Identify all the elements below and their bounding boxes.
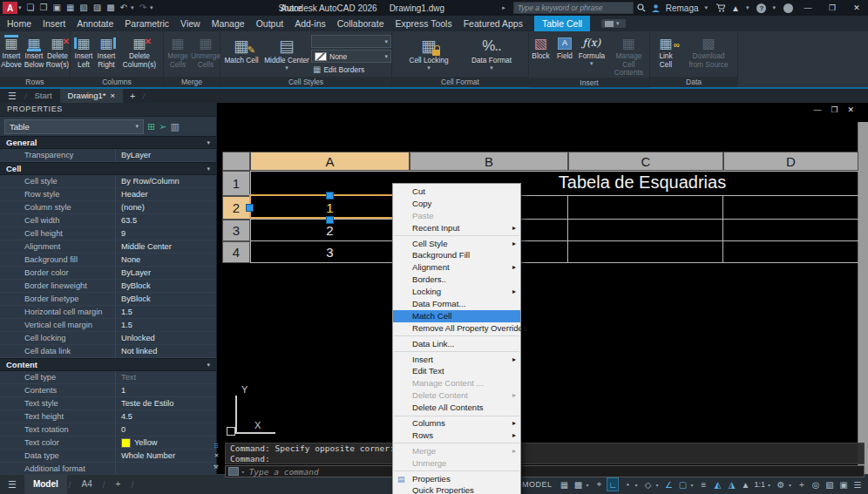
grip-bottom[interactable] <box>326 216 334 224</box>
data-format-caret-icon[interactable]: ▾ <box>490 65 493 70</box>
file-tab-menu-icon[interactable]: ☰ <box>0 91 24 102</box>
snap-mode-icon[interactable]: ▩ <box>572 477 584 491</box>
help-icon[interactable]: ? <box>756 3 766 13</box>
search-expand-icon[interactable]: ▸ <box>502 4 505 11</box>
menu-item-insert[interactable]: Insert▸ <box>393 354 520 366</box>
workspace-caret-icon[interactable]: ▾ <box>789 482 794 488</box>
menu-item-quick-properties[interactable]: Quick Properties <box>393 484 520 494</box>
tab-collaborate[interactable]: Collaborate <box>337 16 384 31</box>
formula-caret-icon[interactable]: ▾ <box>590 61 593 65</box>
customization-icon[interactable]: ☰ <box>851 477 864 491</box>
panel-label-columns[interactable]: Columns <box>71 77 163 87</box>
table-corner-header[interactable] <box>222 152 250 171</box>
grip-left[interactable] <box>246 204 254 212</box>
command-options-caret-icon[interactable]: ▾ <box>241 469 245 475</box>
data-format-button[interactable]: %.. Data Format ▾ <box>465 32 519 70</box>
delete-columns-button[interactable]: ▦✕ DeleteColumn(s) <box>118 32 161 69</box>
lineweight-icon[interactable]: ≡ <box>697 477 709 491</box>
tab-table-cell[interactable]: Table Cell <box>534 16 590 31</box>
sheet-set-icon[interactable]: ▨ <box>93 0 101 16</box>
menu-item-rows[interactable]: Rows▸ <box>393 430 520 442</box>
delete-rows-button[interactable]: ▦✕ DeleteRow(s) <box>45 32 70 69</box>
viewport-minimize-icon[interactable]: — <box>813 105 821 114</box>
autodesk-caret-icon[interactable]: ▾ <box>746 4 749 11</box>
menu-item-properties[interactable]: ▤Properties <box>393 473 520 485</box>
tab-featured-apps[interactable]: Featured Apps <box>464 16 523 31</box>
search-icon[interactable] <box>637 3 646 12</box>
insert-right-button[interactable]: ▦ InsertRight <box>95 32 118 69</box>
viewport-close-icon[interactable]: ✕ <box>847 105 854 114</box>
quick-select-icon[interactable]: ▥ <box>170 121 179 132</box>
isolate-objects-icon[interactable]: ◎ <box>810 477 822 491</box>
close-button[interactable]: ✕ <box>847 3 866 12</box>
table-cell-d4[interactable] <box>723 241 858 263</box>
viewport-restore-icon[interactable]: ❐ <box>831 105 837 114</box>
autodesk-logo-icon[interactable]: ▲ <box>731 3 740 13</box>
menu-item-locking[interactable]: Locking▸ <box>393 286 520 298</box>
tab-annotate[interactable]: Annotate <box>77 16 113 31</box>
section-general[interactable]: General ▾ <box>0 136 216 149</box>
undo-icon[interactable]: ↶ <box>120 0 127 16</box>
restore-button[interactable]: ❐ <box>823 3 842 12</box>
table-fill-select[interactable]: None ▾ <box>311 50 391 63</box>
layout-tab-model[interactable]: Model <box>24 475 67 494</box>
save-as-icon[interactable]: ▦ <box>66 0 74 16</box>
help-caret-icon[interactable]: ▾ <box>772 4 776 11</box>
menu-item-delete-all-contents[interactable]: Delete All Contents <box>393 402 520 414</box>
minimize-button[interactable]: — <box>798 3 817 12</box>
annotation-scale-value[interactable]: 1:1 <box>753 480 766 489</box>
tab-output[interactable]: Output <box>256 16 284 31</box>
cart-icon[interactable] <box>715 3 726 12</box>
layout-menu-icon[interactable]: ☰ <box>0 479 24 491</box>
edit-borders-button[interactable]: ▦ Edit Borders <box>311 64 391 74</box>
row-header-1[interactable]: 1 <box>222 171 250 196</box>
annotation-autoscale-icon[interactable]: ◮ <box>725 477 737 491</box>
app-menu-caret-icon[interactable]: ▾ <box>18 4 22 11</box>
file-tab-close-icon[interactable]: × <box>110 89 115 103</box>
pickadd-toggle-icon[interactable]: ⊞ <box>147 121 155 132</box>
menu-item-edit-text[interactable]: Edit Text <box>393 365 520 377</box>
cell-locking-button[interactable]: ▦ Cell Locking ▾ <box>402 32 456 70</box>
middle-center-caret-icon[interactable]: ▾ <box>285 65 288 70</box>
command-options-icon[interactable] <box>228 467 239 476</box>
isometric-caret-icon[interactable]: ▾ <box>655 482 661 488</box>
select-objects-icon[interactable]: ➢ <box>159 121 166 132</box>
file-tab-start[interactable]: Start <box>27 89 60 103</box>
ortho-mode-icon[interactable]: ∟ <box>607 477 619 491</box>
panel-label-merge[interactable]: Merge <box>164 77 220 87</box>
layout-tab-a4[interactable]: A4 <box>73 475 101 494</box>
isometric-drafting-icon[interactable]: ◇ <box>641 477 654 491</box>
panel-label-insert[interactable]: Insert <box>529 78 649 88</box>
menu-item-background-fill[interactable]: Background Fill <box>393 249 520 261</box>
row-header-3[interactable]: 3 <box>222 220 250 241</box>
middle-center-button[interactable]: ▤ Middle Center ▾ <box>264 32 309 70</box>
dynamic-input-icon[interactable]: ⌖ <box>593 477 605 491</box>
snap-caret-icon[interactable]: ▾ <box>586 482 591 488</box>
panel-label-cell-format[interactable]: Cell Format <box>392 77 528 87</box>
insert-below-button[interactable]: ▦ InsertBelow <box>23 32 45 69</box>
model-space-label[interactable]: MODEL <box>522 480 553 489</box>
tab-insert[interactable]: Insert <box>43 16 65 31</box>
section-content[interactable]: Content ▾ <box>0 358 216 371</box>
row-header-4[interactable]: 4 <box>222 241 250 263</box>
table-cell-c2[interactable] <box>568 196 723 220</box>
polar-caret-icon[interactable]: ▾ <box>634 482 640 488</box>
annotation-scale-caret-icon[interactable]: ▾ <box>768 482 773 488</box>
clean-screen-icon[interactable]: ▣ <box>837 477 850 491</box>
table-cell-c3[interactable] <box>568 220 723 241</box>
menu-item-copy[interactable]: Copy <box>393 198 520 210</box>
user-avatar-icon[interactable] <box>651 3 661 13</box>
block-button[interactable]: ▧ Block <box>529 32 553 61</box>
object-snap-caret-icon[interactable]: ▾ <box>690 482 695 488</box>
grip-top[interactable] <box>326 192 334 200</box>
new-file-icon[interactable]: ❏ <box>27 0 35 16</box>
drawing-area[interactable]: — ❐ ✕ A B C D 1 2 3 4 Tabela de Esquadri… <box>216 103 868 475</box>
tab-express-tools[interactable]: Express Tools <box>395 16 451 31</box>
file-tab-drawing1[interactable]: Drawing1* × <box>60 89 123 103</box>
insert-above-button[interactable]: ▦ InsertAbove <box>0 32 23 69</box>
new-drawing-tab-button[interactable]: + <box>123 91 142 101</box>
graphics-performance-icon[interactable]: ▧ <box>824 477 836 491</box>
annotation-scale-icon[interactable]: ▲ <box>739 477 751 491</box>
tab-manage[interactable]: Manage <box>212 16 245 31</box>
print-icon[interactable]: ▩ <box>106 0 114 16</box>
